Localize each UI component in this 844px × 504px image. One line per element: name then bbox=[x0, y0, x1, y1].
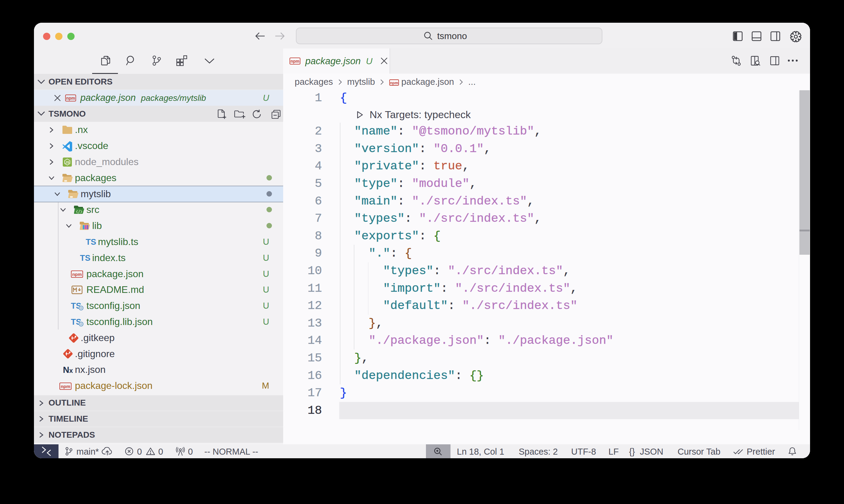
svg-text:JS: JS bbox=[65, 161, 69, 164]
svg-text:npm: npm bbox=[390, 80, 398, 85]
svg-text:npm: npm bbox=[72, 272, 82, 277]
svg-text:Nx: Nx bbox=[63, 365, 73, 375]
svg-text:TS: TS bbox=[86, 237, 97, 247]
svg-text:TS: TS bbox=[80, 253, 91, 263]
svg-text:npm: npm bbox=[66, 96, 75, 101]
svg-text:npm: npm bbox=[61, 383, 70, 389]
svg-text:npm: npm bbox=[290, 59, 299, 64]
